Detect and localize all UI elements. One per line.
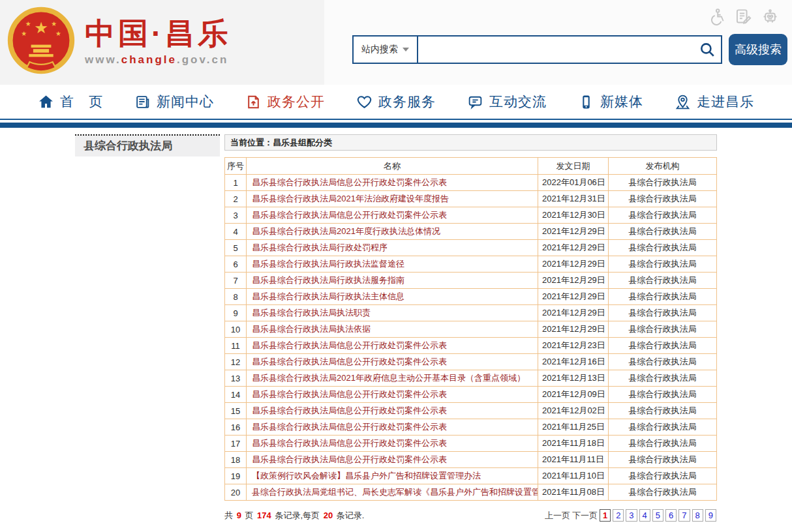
document-link[interactable]: 昌乐县综合行政执法局信息公开行政处罚案件公示表: [252, 177, 447, 187]
home-icon: [38, 94, 54, 110]
document-link[interactable]: 昌乐县综合行政执法局行政执法监督途径: [252, 259, 404, 269]
row-agency: 县综合行政执法局: [609, 387, 717, 403]
search-scope-dropdown[interactable]: 站内搜索: [352, 35, 418, 64]
page-number-3[interactable]: 3: [626, 509, 637, 522]
row-agency: 县综合行政执法局: [609, 289, 717, 305]
nav-item-enter-changle[interactable]: 走进昌乐: [675, 93, 754, 111]
svg-text:★: ★: [34, 19, 48, 37]
document-link[interactable]: 昌乐县综合行政执法局行政执法服务指南: [252, 275, 404, 285]
row-agency: 县综合行政执法局: [609, 224, 717, 240]
document-link[interactable]: 昌乐县综合行政执法局信息公开行政处罚案件公示表: [252, 454, 447, 464]
page-number-6[interactable]: 6: [665, 509, 677, 522]
svg-text:★: ★: [51, 20, 57, 27]
document-link[interactable]: 昌乐县综合行政执法局信息公开行政处罚案件公示表: [252, 340, 447, 350]
pagination-summary: 共 9 页 174 条记录,每页 20 条记录.: [224, 510, 364, 522]
document-table: 序号 名称 发文日期 发布机构 1昌乐县综合行政执法局信息公开行政处罚案件公示表…: [224, 157, 717, 501]
document-link[interactable]: 昌乐县综合行政执法局执法依据: [252, 324, 371, 334]
document-link[interactable]: 昌乐县综合行政执法局2021年政府信息主动公开基本目录（含重点领域）: [252, 373, 525, 383]
page-number-2[interactable]: 2: [613, 509, 624, 522]
row-index: 7: [225, 273, 247, 289]
nav-item-news[interactable]: 新闻中心: [134, 93, 214, 111]
site-url: www.changle.gov.cn: [85, 53, 231, 66]
row-agency: 县综合行政执法局: [609, 436, 717, 452]
page-number-5[interactable]: 5: [652, 509, 663, 522]
page-number-9[interactable]: 9: [705, 509, 716, 522]
document-link[interactable]: 县综合行政执法局党组书记、局长史志军解读《昌乐县户外广告和招牌设置管理...: [252, 487, 538, 497]
document-link[interactable]: 昌乐县综合行政执法局信息公开行政处罚案件公示表: [252, 438, 447, 448]
page-number-8[interactable]: 8: [692, 509, 703, 522]
site-name: 中国·昌乐: [85, 14, 231, 52]
row-agency: 县综合行政执法局: [609, 273, 717, 289]
row-date: 2021年12月23日: [538, 338, 609, 354]
row-date: 2022年01月06日: [538, 175, 609, 191]
document-link[interactable]: 昌乐县综合行政执法局2021年度行政执法总体情况: [252, 226, 440, 236]
document-link[interactable]: 昌乐县综合行政执法局行政执法主体信息: [252, 291, 404, 301]
breadcrumb: 当前位置：昌乐县组配分类: [224, 134, 717, 151]
table-row: 7昌乐县综合行政执法局行政执法服务指南2021年12月29日县综合行政执法局: [225, 273, 717, 289]
document-link[interactable]: 昌乐县综合行政执法局信息公开行政处罚案件公示表: [252, 357, 447, 366]
nav-item-gov-open[interactable]: 政务公开: [245, 93, 325, 111]
sidebar-item-enforcement-bureau[interactable]: 县综合行政执法局: [75, 134, 220, 156]
table-row: 9昌乐县综合行政执法局执法职责2021年12月29日县综合行政执法局: [225, 305, 717, 321]
site-logo[interactable]: ★ ★ ★ ★ ★ 中国·昌乐 www.changle.gov.cn: [5, 4, 231, 77]
table-row: 11昌乐县综合行政执法局信息公开行政处罚案件公示表2021年12月23日县综合行…: [225, 338, 717, 354]
search-icon[interactable]: [699, 41, 716, 58]
next-page-button[interactable]: 下一页: [572, 510, 598, 522]
document-link[interactable]: 昌乐县综合行政执法局行政处罚程序: [252, 243, 388, 252]
row-date: 2021年12月29日: [538, 256, 609, 273]
search-bar: 站内搜索 高级搜索: [352, 34, 787, 65]
row-agency: 县综合行政执法局: [609, 468, 717, 484]
page-number-7[interactable]: 7: [678, 509, 690, 522]
chat-icon: [467, 94, 483, 110]
row-index: 14: [225, 387, 247, 403]
nav-item-home[interactable]: 首 页: [38, 93, 103, 111]
news-icon: [134, 94, 151, 110]
total-pages-count: 9: [236, 510, 243, 520]
nav-item-new-media[interactable]: 新媒体: [578, 93, 643, 111]
pagination: 共 9 页 174 条记录,每页 20 条记录. 上一页 下一页 1234567…: [224, 509, 716, 522]
heart-icon: [356, 94, 373, 110]
table-row: 4昌乐县综合行政执法局2021年度行政执法总体情况2021年12月29日县综合行…: [225, 224, 717, 240]
document-link[interactable]: 昌乐县综合行政执法局信息公开行政处罚案件公示表: [252, 422, 447, 432]
sidebar: 县综合行政执法局: [75, 134, 220, 522]
row-date: 2021年11月10日: [538, 468, 609, 484]
advanced-search-button[interactable]: 高级搜索: [729, 34, 787, 65]
form-pen-icon[interactable]: [735, 8, 752, 25]
document-link[interactable]: 昌乐县综合行政执法局信息公开行政处罚案件公示表: [252, 389, 447, 399]
table-row: 1昌乐县综合行政执法局信息公开行政处罚案件公示表2022年01月06日县综合行政…: [225, 175, 717, 191]
col-header-title: 名称: [247, 158, 538, 175]
row-index: 17: [225, 436, 247, 452]
table-row: 17昌乐县综合行政执法局信息公开行政处罚案件公示表2021年11月18日县综合行…: [225, 436, 717, 452]
table-row: 12昌乐县综合行政执法局信息公开行政处罚案件公示表2021年12月16日县综合行…: [225, 354, 717, 370]
utility-icons: [708, 8, 779, 25]
row-agency: 县综合行政执法局: [609, 207, 717, 224]
nav-item-interaction[interactable]: 互动交流: [467, 93, 547, 111]
table-row: 15昌乐县综合行政执法局信息公开行政处罚案件公示表2021年12月02日县综合行…: [225, 403, 717, 419]
row-index: 15: [225, 403, 247, 419]
table-row: 10昌乐县综合行政执法局执法依据2021年12月29日县综合行政执法局: [225, 321, 717, 338]
robot-icon[interactable]: [761, 8, 779, 25]
row-index: 5: [225, 240, 247, 256]
document-link[interactable]: 昌乐县综合行政执法局2021年法治政府建设年度报告: [252, 194, 449, 203]
accessibility-icon[interactable]: [708, 8, 725, 25]
document-link[interactable]: 昌乐县综合行政执法局执法职责: [252, 308, 371, 318]
main-panel: 当前位置：昌乐县组配分类 序号 名称 发文日期 发布机构 1昌乐县综合行政执法局…: [224, 134, 717, 522]
chevron-down-icon: [403, 48, 409, 52]
page-number-1[interactable]: 1: [600, 509, 611, 522]
row-date: 2021年12月29日: [538, 240, 609, 256]
total-records-count: 174: [256, 510, 273, 520]
search-scope-label: 站内搜索: [361, 44, 398, 55]
nav-item-services[interactable]: 政务服务: [356, 93, 436, 111]
row-date: 2021年12月29日: [538, 321, 609, 338]
search-input[interactable]: [417, 35, 722, 64]
page-number-4[interactable]: 4: [639, 509, 650, 522]
row-date: 2021年11月18日: [538, 436, 609, 452]
table-header-row: 序号 名称 发文日期 发布机构: [225, 158, 717, 175]
row-agency: 县综合行政执法局: [609, 452, 717, 468]
row-agency: 县综合行政执法局: [609, 191, 717, 207]
document-link[interactable]: 昌乐县综合行政执法局信息公开行政处罚案件公示表: [252, 406, 447, 415]
document-link[interactable]: 昌乐县综合行政执法局信息公开行政处罚案件公示表: [252, 210, 447, 220]
row-index: 13: [225, 370, 247, 387]
document-link[interactable]: 【政策例行吹风会解读】昌乐县户外广告和招牌设置管理办法: [252, 471, 481, 480]
prev-page-button[interactable]: 上一页: [545, 510, 570, 522]
